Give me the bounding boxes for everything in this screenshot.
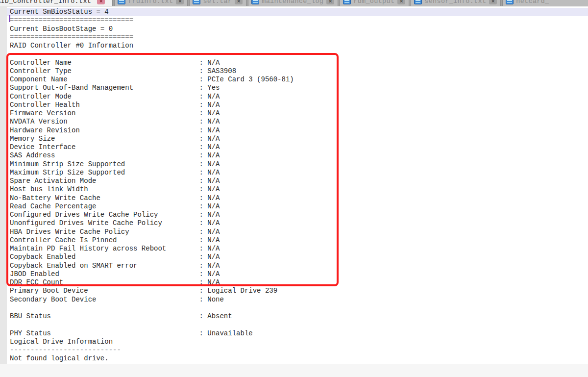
editor-line: Primary Boot Device : Logical Drive 239 — [7, 287, 588, 295]
editor-line: --------------------------- — [7, 346, 588, 354]
editor-line: Current SmBiosStatus = 4 — [7, 8, 588, 16]
tab-label: netcard_ — [516, 0, 549, 5]
editor-line: Current BiosBootStage = 0 — [7, 25, 588, 33]
tab-close-icon[interactable]: × — [326, 0, 334, 4]
editor-line: No-Battery Write Cache : N/A — [7, 194, 588, 202]
editor-line: Spare Activation Mode : N/A — [7, 177, 588, 185]
editor-line: Component Name : PCIe Card 3 (9560-8i) — [7, 75, 588, 84]
editor-line: Minimum Strip Size Supported : N/A — [7, 160, 588, 169]
editor-line: Maintain PD Fail History across Reboot :… — [7, 245, 588, 253]
document-icon — [193, 0, 200, 4]
document-icon — [118, 0, 125, 4]
editor-line: Host bus link Width : N/A — [7, 185, 588, 194]
editor-line: NVDATA Version : N/A — [7, 118, 588, 126]
tab-label: fruinfo.txt — [128, 0, 173, 5]
editor-line: HBA Drives Write Cache Policy : N/A — [7, 228, 588, 236]
tab-label: sensor_info.txt — [424, 0, 486, 5]
editor-line: BBU Status : Absent — [7, 312, 588, 321]
editor-line: Copyback Enabled : N/A — [7, 253, 588, 261]
editor-line: Controller Cache Is Pinned : N/A — [7, 236, 588, 245]
editor-content[interactable]: Current SmBiosStatus = 4================… — [0, 7, 588, 377]
editor-line: Logical Drive Information — [7, 338, 588, 346]
document-icon — [343, 0, 351, 4]
editor-line: RAID Controller #0 Information — [7, 42, 588, 50]
editor-line: Memory Size : N/A — [7, 135, 588, 143]
tab-maintenance-log[interactable]: maintenance_log× — [248, 0, 338, 6]
tab-label: rdm_output — [353, 0, 394, 5]
tab-close-icon[interactable]: × — [489, 0, 497, 4]
text-editor-window: AID_Controller_Info.txt×fruinfo.txt×sel.… — [0, 0, 588, 377]
editor-line — [7, 321, 588, 329]
editor-line: Not found logical drive. — [7, 354, 588, 363]
document-icon — [506, 0, 514, 4]
tab-label: AID_Controller_Info.txt — [0, 0, 91, 5]
tab-close-icon[interactable]: × — [235, 0, 243, 4]
editor-line: Controller Name : N/A — [7, 59, 588, 67]
editor-line — [7, 304, 588, 312]
editor-line: Controller Health : N/A — [7, 101, 588, 109]
editor-line: Device Interface : N/A — [7, 143, 588, 151]
editor-line: Maximum Strip Size Supported : N/A — [7, 169, 588, 177]
document-icon — [251, 0, 259, 4]
tab-rdm-output[interactable]: rdm_output× — [340, 0, 409, 6]
editor-line: Copyback Enabled on SMART error : N/A — [7, 262, 588, 270]
tab-fruinfo-txt[interactable]: fruinfo.txt× — [114, 0, 188, 6]
bottom-band — [0, 364, 588, 377]
editor-line: Firmware Version : N/A — [7, 109, 588, 118]
tab-close-icon[interactable]: × — [97, 0, 105, 4]
editor-line: ============================== — [7, 16, 588, 25]
editor-line: Read Cache Percentage : N/A — [7, 202, 588, 211]
tab-aid-controller-info-txt[interactable]: AID_Controller_Info.txt× — [0, 0, 113, 6]
tab-bar: AID_Controller_Info.txt×fruinfo.txt×sel.… — [0, 0, 588, 6]
editor-line: ============================== — [7, 33, 588, 42]
tab-close-icon[interactable]: × — [176, 0, 184, 4]
tab-sensor-info-txt[interactable]: sensor_info.txt× — [411, 0, 501, 6]
tab-close-icon[interactable]: × — [397, 0, 405, 4]
editor-line: Secondary Boot Device : None — [7, 296, 588, 304]
tab-netcard[interactable]: netcard_ — [502, 0, 588, 6]
editor-line: Configured Drives Write Cache Policy : N… — [7, 211, 588, 219]
document-icon — [414, 0, 422, 4]
editor-line: Unonfigured Drives Write Cache Policy : … — [7, 219, 588, 227]
editor-line: JBOD Enabled : N/A — [7, 270, 588, 278]
tab-sel-tar[interactable]: sel.tar× — [189, 0, 246, 6]
editor-line: SAS Address : N/A — [7, 151, 588, 160]
editor-line: Support Out-of-Band Management : Yes — [7, 84, 588, 92]
editor-line: DDR ECC Count : N/A — [7, 278, 588, 287]
editor-margin — [0, 7, 7, 365]
editor-line: Controller Mode : N/A — [7, 93, 588, 101]
tab-label: maintenance_log — [262, 0, 323, 5]
editor-line: Hardware Revision : N/A — [7, 126, 588, 135]
editor-line — [7, 50, 588, 58]
editor-line: PHY Status : Unavailable — [7, 329, 588, 338]
editor-line: Controller Type : SAS3908 — [7, 67, 588, 75]
tab-label: sel.tar — [203, 0, 232, 5]
tab-strip: AID_Controller_Info.txt×fruinfo.txt×sel.… — [0, 0, 588, 6]
text-area[interactable]: Current SmBiosStatus = 4================… — [7, 8, 588, 363]
text-caret — [9, 15, 10, 22]
